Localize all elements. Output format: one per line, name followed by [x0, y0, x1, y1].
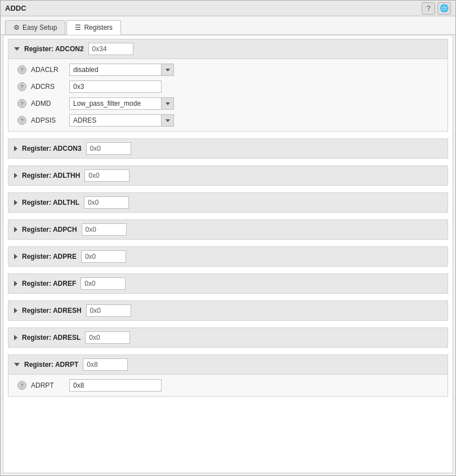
arrow-right-icon	[14, 254, 17, 259]
register-section-ADLTHH: Register: ADLTHH	[8, 165, 448, 186]
register-section-ADCON2: Register: ADCON2?ADACLR?ADCRS?ADMD?ADPSI…	[8, 39, 448, 132]
register-section-ADRESL: Register: ADRESL	[8, 327, 448, 348]
register-value-ADLTHH[interactable]	[84, 169, 129, 182]
register-title-ADCON3: Register: ADCON3	[22, 145, 82, 152]
dropdown-ADPSIS[interactable]	[69, 114, 162, 127]
tab-registers-label: Registers	[84, 24, 113, 32]
table-icon: ☰	[75, 24, 81, 32]
gear-icon: ⚙	[14, 24, 20, 32]
register-value-ADCON2[interactable]	[88, 43, 133, 55]
dropdown-btn-ADPSIS[interactable]	[162, 114, 174, 127]
register-section-ADPRE: Register: ADPRE	[8, 246, 448, 267]
content-area: Register: ADCON2?ADACLR?ADCRS?ADMD?ADPSI…	[3, 35, 453, 473]
window-title: ADDC	[5, 4, 26, 12]
tab-easy-setup[interactable]: ⚙ Easy Setup	[5, 20, 65, 34]
arrow-right-icon	[14, 227, 17, 232]
chevron-down-icon	[166, 69, 170, 71]
field-label-ADACLR: ADACLR	[31, 66, 65, 74]
title-bar: ADDC ? 🌐	[1, 1, 455, 16]
register-value-ADPCH[interactable]	[82, 223, 127, 236]
register-header-ADCON3[interactable]: Register: ADCON3	[8, 139, 448, 158]
register-header-ADREF[interactable]: Register: ADREF	[8, 274, 448, 293]
register-header-ADLTHL[interactable]: Register: ADLTHL	[8, 193, 448, 212]
dropdown-btn-ADACLR[interactable]	[162, 64, 174, 76]
register-header-ADRPT[interactable]: Register: ADRPT	[8, 355, 448, 375]
help-button[interactable]: ?	[422, 2, 435, 15]
arrow-right-icon	[14, 308, 17, 313]
register-title-ADREF: Register: ADREF	[22, 280, 76, 288]
register-header-ADCON2[interactable]: Register: ADCON2	[8, 39, 448, 59]
dropdown-ADMD[interactable]	[69, 97, 162, 110]
register-value-ADCON3[interactable]	[86, 142, 131, 155]
register-body-ADRPT: ?ADRPT	[8, 375, 448, 396]
register-value-ADRESH[interactable]	[86, 304, 131, 317]
register-title-ADPCH: Register: ADPCH	[22, 226, 77, 233]
register-value-ADRESL[interactable]	[85, 331, 130, 344]
register-section-ADRESH: Register: ADRESH	[8, 300, 448, 321]
title-bar-buttons: ? 🌐	[422, 2, 451, 15]
field-label-ADRPT_field: ADRPT	[31, 381, 65, 389]
register-header-ADPRE[interactable]: Register: ADPRE	[8, 247, 448, 266]
register-title-ADRESL: Register: ADRESL	[22, 334, 81, 342]
field-row-ADACLR: ?ADACLR	[17, 64, 439, 76]
input-ADCRS[interactable]	[69, 80, 162, 93]
field-row-ADPSIS: ?ADPSIS	[17, 114, 439, 127]
register-title-ADLTHH: Register: ADLTHH	[22, 172, 80, 179]
chevron-down-icon	[166, 119, 170, 122]
register-title-ADCON2: Register: ADCON2	[24, 45, 84, 53]
register-header-ADRESH[interactable]: Register: ADRESH	[8, 301, 448, 320]
field-label-ADMD: ADMD	[31, 100, 65, 107]
dropdown-wrapper-ADPSIS	[69, 114, 174, 127]
help-icon-ADMD[interactable]: ?	[17, 99, 26, 108]
field-label-ADCRS: ADCRS	[31, 83, 65, 91]
tab-easy-setup-label: Easy Setup	[23, 24, 57, 32]
register-value-ADPRE[interactable]	[81, 250, 126, 263]
register-section-ADLTHL: Register: ADLTHL	[8, 192, 448, 213]
field-row-ADMD: ?ADMD	[17, 97, 439, 110]
register-body-ADCON2: ?ADACLR?ADCRS?ADMD?ADPSIS	[8, 59, 448, 131]
register-title-ADLTHL: Register: ADLTHL	[22, 199, 79, 206]
arrow-right-icon	[14, 281, 17, 286]
register-header-ADRESL[interactable]: Register: ADRESL	[8, 328, 448, 347]
register-title-ADRESH: Register: ADRESH	[22, 307, 82, 315]
field-row-ADCRS: ?ADCRS	[17, 80, 439, 93]
arrow-down-icon	[14, 363, 20, 366]
tab-registers[interactable]: ☰ Registers	[66, 20, 121, 35]
dropdown-wrapper-ADACLR	[69, 64, 174, 76]
main-window: ADDC ? 🌐 ⚙ Easy Setup ☰ Registers Regist…	[0, 0, 456, 476]
dropdown-btn-ADMD[interactable]	[162, 97, 174, 110]
help-icon-ADPSIS[interactable]: ?	[17, 116, 26, 125]
arrow-right-icon	[14, 335, 17, 340]
register-title-ADPRE: Register: ADPRE	[22, 253, 77, 261]
register-value-ADREF[interactable]	[81, 277, 126, 290]
register-section-ADCON3: Register: ADCON3	[8, 138, 448, 159]
input-ADRPT_field[interactable]	[69, 379, 162, 392]
globe-button[interactable]: 🌐	[437, 2, 451, 15]
help-icon-ADCRS[interactable]: ?	[17, 82, 26, 91]
arrow-right-icon	[14, 173, 17, 178]
register-value-ADLTHL[interactable]	[84, 196, 129, 209]
dropdown-ADACLR[interactable]	[69, 64, 162, 76]
arrow-right-icon	[14, 200, 17, 205]
register-header-ADLTHH[interactable]: Register: ADLTHH	[8, 166, 448, 185]
dropdown-wrapper-ADMD	[69, 97, 174, 110]
field-label-ADPSIS: ADPSIS	[31, 116, 65, 124]
field-row-ADRPT_field: ?ADRPT	[17, 379, 439, 392]
register-section-ADRPT: Register: ADRPT?ADRPT	[8, 354, 448, 397]
register-title-ADRPT: Register: ADRPT	[24, 361, 78, 369]
arrow-down-icon	[14, 47, 20, 51]
register-value-ADRPT[interactable]	[83, 358, 128, 371]
register-header-ADPCH[interactable]: Register: ADPCH	[8, 220, 448, 239]
arrow-right-icon	[14, 146, 17, 151]
tabs-bar: ⚙ Easy Setup ☰ Registers	[1, 16, 455, 35]
register-section-ADPCH: Register: ADPCH	[8, 219, 448, 240]
help-icon-ADACLR[interactable]: ?	[17, 65, 26, 74]
chevron-down-icon	[166, 102, 170, 105]
help-icon-ADRPT_field[interactable]: ?	[17, 381, 26, 390]
register-section-ADREF: Register: ADREF	[8, 273, 448, 294]
